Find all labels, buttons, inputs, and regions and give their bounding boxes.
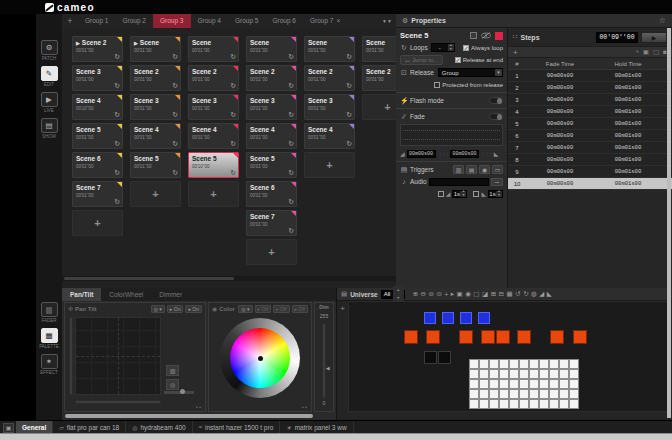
scene-button[interactable]: Scene00'01''00↻ (304, 36, 355, 62)
step-row[interactable]: 300m00s0000m01s00 (508, 94, 672, 106)
pan-tilt-xy-pad[interactable] (75, 317, 161, 395)
time-icon[interactable]: ◔ (635, 48, 639, 56)
invert-icon[interactable]: ◪ (482, 290, 488, 298)
add-scene-button[interactable]: + (72, 210, 123, 236)
spinner-arrows-icon[interactable]: ▲▼ (448, 44, 454, 51)
dmx-fixture-cell[interactable] (517, 330, 531, 344)
fade-out-icon[interactable]: ◣ (547, 290, 552, 298)
scene-button[interactable]: Scene 700'01''00↻ (72, 181, 123, 207)
step-row[interactable]: 400m00s0000m01s00 (508, 106, 672, 118)
flip-v-icon[interactable]: ⊟ (499, 290, 504, 298)
matrix-cell[interactable] (489, 369, 499, 379)
scene-button[interactable]: Scene00'01''00↻ (246, 36, 297, 62)
add-scene-button[interactable]: + (188, 181, 239, 207)
scene-button[interactable]: Scene 600'01''00↻ (246, 181, 297, 207)
fade-curve-editor[interactable] (400, 124, 503, 146)
dmx-fixture-cell[interactable] (460, 312, 472, 324)
checkbox-unchecked-icon[interactable] (434, 82, 440, 88)
scene-button[interactable]: Scene 200'01''00↻ (362, 65, 396, 91)
step-hold-time[interactable]: 00m01s00 (594, 178, 662, 189)
palette-tab[interactable]: Dimmer (151, 288, 190, 301)
zoom-off-icon[interactable]: ⊘ (429, 290, 434, 298)
screen-icon[interactable]: ▭ (492, 165, 503, 174)
dmx-fixture-cell[interactable] (442, 312, 454, 324)
off-toggle-button[interactable]: ▸ Off (292, 305, 308, 313)
matrix-cell[interactable] (469, 399, 479, 409)
matrix-cell[interactable] (499, 379, 509, 389)
spinner-arrows-icon[interactable]: ▲▼ (393, 286, 404, 302)
step-hold-time[interactable]: 00m01s00 (594, 118, 662, 129)
scene-button[interactable]: Scene 400'01''00↻ (246, 123, 297, 149)
fade-in-icon[interactable]: ◢ (539, 290, 544, 298)
scene-button[interactable]: Scene00'01''00↻ (362, 36, 396, 62)
matrix-cell[interactable] (489, 359, 499, 369)
matrix-cell[interactable] (569, 359, 579, 369)
group-tab[interactable]: Group 6 (266, 14, 304, 28)
add-group-button[interactable]: + (62, 14, 78, 28)
circle-select-icon[interactable]: ◉ (465, 290, 471, 298)
matrix-cell[interactable] (529, 389, 539, 399)
on-toggle-button[interactable]: ▸ On (185, 305, 202, 313)
matrix-cell[interactable] (569, 389, 579, 399)
step-row[interactable]: 500m00s0000m01s00 (508, 118, 672, 130)
scene-button[interactable]: Scene 300'01''00↻ (246, 94, 297, 120)
fixture-tab[interactable]: ◎hydrabeam 400 (126, 421, 192, 433)
loops-count-input[interactable]: - ▲▼ (431, 43, 455, 52)
dmx-fixture-cell[interactable] (481, 330, 495, 344)
matrix-cell[interactable] (509, 389, 519, 399)
group-tab[interactable]: Group 3 (153, 14, 191, 28)
dmx-fixture-cell[interactable] (424, 312, 436, 324)
group-tab[interactable]: Group 7× (303, 14, 347, 28)
matrix-cell[interactable] (489, 399, 499, 409)
scene-button[interactable]: Scene 400'01''00↻ (130, 123, 181, 149)
scene-button[interactable]: Scene 200'01''00↻ (188, 65, 239, 91)
group-tab[interactable]: Group 2 (116, 14, 154, 28)
matrix-cell[interactable] (549, 369, 559, 379)
matrix-cell[interactable] (559, 359, 569, 369)
off-toggle-button[interactable]: ▸ Off (255, 305, 271, 313)
sidebar-item-show[interactable]: ▤SHOW (36, 118, 62, 139)
step-row[interactable]: 700m00s0000m01s00 (508, 142, 672, 154)
fade-toggle[interactable] (489, 113, 503, 120)
off-toggle-button[interactable]: ▸ Off (273, 305, 289, 313)
audio-fade-in-time[interactable]: 1s▲▼ (452, 190, 467, 198)
dmx-fixture-cell[interactable] (573, 330, 587, 344)
step-fade-time[interactable]: 00m00s00 (526, 142, 594, 153)
fixture-tab[interactable]: General (16, 421, 53, 433)
step-fade-time[interactable]: 00m00s00 (526, 178, 594, 189)
visibility-dropdown-icon[interactable]: ◎ ▾ (151, 305, 165, 313)
sidebar-item-effect[interactable]: ✶EFFECT (36, 354, 62, 375)
resize-grip-icon[interactable]: •• (196, 404, 202, 410)
protected-from-release-checkbox[interactable]: Protected from release (434, 82, 503, 88)
matrix-cell[interactable] (479, 399, 489, 409)
palette-tab[interactable]: Pan/Tilt (62, 288, 101, 301)
add-scene-button[interactable]: + (130, 181, 181, 207)
matrix-cell[interactable] (509, 359, 519, 369)
group-tab[interactable]: Group 1 (78, 14, 116, 28)
dimmer-slider[interactable] (322, 323, 326, 398)
color-picker-dot[interactable] (258, 356, 263, 361)
scene-color-swatch[interactable] (495, 32, 503, 40)
speed-slider[interactable] (164, 391, 194, 394)
move-icon[interactable]: + (444, 291, 448, 298)
spinner-arrows-icon[interactable]: ▲▼ (460, 191, 466, 197)
power-icon[interactable]: ◍ (531, 290, 537, 298)
step-row[interactable]: 900m00s0000m01s00 (508, 166, 672, 178)
palette-horizontal-scrollbar[interactable] (65, 414, 313, 418)
matrix-cell[interactable] (549, 389, 559, 399)
matrix-cell[interactable] (519, 399, 529, 409)
group-tab[interactable]: Group 4 (191, 14, 229, 28)
matrix-cell[interactable] (539, 359, 549, 369)
release-target-select[interactable]: Group ▼ (438, 68, 503, 77)
scene-button[interactable]: Scene00'01''00↻ (188, 36, 239, 62)
scene-button[interactable]: ▶Scene 200'01''00↻ (72, 36, 123, 62)
matrix-cell[interactable] (499, 369, 509, 379)
grid-icon[interactable]: ▦ (507, 290, 513, 298)
step-fade-time[interactable]: 00m00s00 (526, 118, 594, 129)
matrix-cell[interactable] (469, 379, 479, 389)
step-hold-time[interactable]: 00m01s00 (594, 166, 662, 177)
palette-tab[interactable]: ColorWheel (101, 288, 151, 301)
matrix-cell[interactable] (529, 359, 539, 369)
fixture-tab[interactable]: ▱flat pro par can 18 (53, 421, 126, 433)
dmx-fixture-cell[interactable] (478, 312, 490, 324)
